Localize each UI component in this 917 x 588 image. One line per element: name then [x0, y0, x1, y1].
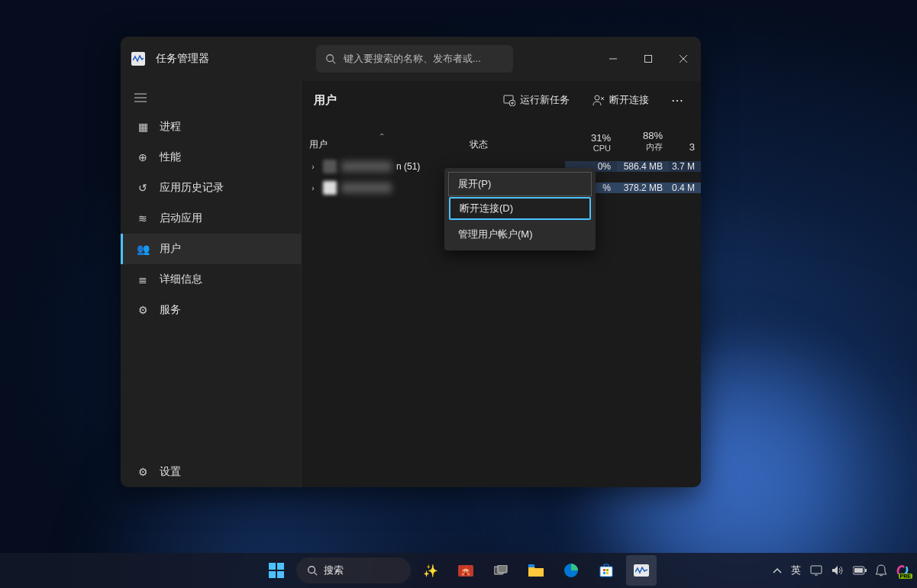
svg-point-13 [595, 95, 599, 100]
search-input[interactable]: 键入要搜索的名称、发布者或... [316, 45, 513, 73]
history-icon: ↺ [137, 182, 149, 194]
sidebar-item-details[interactable]: ≣ 详细信息 [121, 264, 301, 295]
svg-rect-23 [603, 569, 605, 571]
ime-button[interactable]: 英 [791, 564, 801, 577]
avatar [323, 160, 337, 173]
svg-rect-26 [606, 572, 609, 574]
sidebar-item-label: 启动应用 [160, 212, 202, 225]
sidebar-item-services[interactable]: ⚙ 服务 [121, 295, 301, 325]
minimize-button[interactable] [596, 44, 631, 74]
task-manager-window: 任务管理器 键入要搜索的名称、发布者或... ▦ 进程 ⊕ 性能 [121, 37, 701, 487]
sidebar-item-label: 应用历史记录 [160, 181, 224, 195]
cell-memory: 378.2 MB [617, 183, 669, 193]
context-item-manage-user[interactable]: 管理用户帐户(M) [444, 221, 596, 247]
chevron-right-icon[interactable]: › [308, 184, 318, 192]
context-item-disconnect[interactable]: 断开连接(D) [449, 197, 591, 220]
svg-rect-3 [645, 56, 652, 63]
svg-line-17 [314, 573, 317, 576]
col-cpu[interactable]: 31% CPU [565, 129, 617, 156]
startup-icon: ≋ [137, 212, 149, 225]
disconnect-icon [592, 94, 605, 106]
svg-rect-19 [498, 565, 507, 573]
sidebar: ▦ 进程 ⊕ 性能 ↺ 应用历史记录 ≋ 启动应用 👥 用户 ≣ 详细信息 [121, 81, 301, 487]
sidebar-item-users[interactable]: 👥 用户 [121, 234, 301, 264]
svg-rect-31 [865, 569, 867, 572]
taskbar: 搜索 ✨ 🎪 英 [0, 553, 917, 588]
services-icon: ⚙ [137, 304, 149, 316]
main-panel: 用户 运行新任务 断开连接 ⋯ ⌃ [301, 81, 701, 487]
taskbar-search[interactable]: 搜索 [296, 557, 411, 583]
edge-button[interactable] [556, 555, 586, 586]
chevron-right-icon[interactable]: › [308, 163, 318, 171]
avatar [323, 181, 337, 195]
task-view-button[interactable] [486, 555, 516, 586]
svg-rect-24 [606, 569, 609, 571]
page-title: 用户 [314, 93, 337, 108]
hamburger-button[interactable] [121, 84, 301, 111]
svg-point-16 [308, 567, 315, 573]
performance-icon: ⊕ [137, 151, 149, 163]
copilot-pre-icon[interactable]: PRE [896, 564, 909, 577]
context-menu: 展开(P) 断开连接(D) 管理用户帐户(M) [444, 168, 596, 250]
windows-icon [269, 563, 284, 578]
sidebar-item-label: 用户 [160, 242, 181, 256]
sidebar-item-label: 设置 [160, 465, 181, 479]
processes-icon: ▦ [137, 121, 149, 133]
file-explorer-button[interactable] [521, 555, 551, 586]
svg-line-1 [333, 61, 336, 64]
details-icon: ≣ [137, 273, 149, 286]
cell-memory: 586.4 MB [617, 161, 669, 172]
run-task-icon [503, 94, 515, 106]
cell-disk: 0.4 M [669, 183, 701, 193]
sidebar-item-processes[interactable]: ▦ 进程 [121, 111, 301, 142]
sidebar-item-startup[interactable]: ≋ 启动应用 [121, 203, 301, 234]
disconnect-button[interactable]: 断开连接 [586, 89, 655, 111]
maximize-button[interactable] [631, 44, 666, 74]
volume-icon[interactable] [831, 565, 844, 576]
system-tray: 英 PRE [773, 564, 909, 577]
svg-point-0 [327, 55, 334, 62]
run-new-task-button[interactable]: 运行新任务 [497, 89, 576, 111]
user-suffix: n (51) [396, 161, 420, 172]
notification-icon[interactable] [876, 564, 886, 577]
col-status[interactable]: 状态 [462, 134, 565, 156]
titlebar: 任务管理器 键入要搜索的名称、发布者或... [121, 37, 701, 81]
more-button[interactable]: ⋯ [666, 93, 689, 108]
svg-rect-22 [600, 567, 612, 577]
svg-rect-20 [528, 564, 534, 567]
col-user[interactable]: ⌃ 用户 [302, 134, 462, 156]
svg-rect-27 [811, 566, 822, 573]
taskbar-widget-2[interactable]: 🎪 [450, 555, 481, 586]
search-placeholder: 键入要搜索的名称、发布者或... [344, 52, 481, 66]
sort-caret-icon: ⌃ [379, 132, 385, 141]
tray-chevron-up-icon[interactable] [773, 567, 782, 573]
microsoft-store-button[interactable] [591, 555, 622, 586]
sidebar-item-app-history[interactable]: ↺ 应用历史记录 [121, 173, 301, 203]
app-title: 任务管理器 [156, 52, 209, 66]
context-item-expand[interactable]: 展开(P) [449, 173, 591, 195]
taskbar-widget-1[interactable]: ✨ [415, 555, 446, 586]
battery-icon[interactable] [853, 566, 867, 575]
sidebar-item-label: 详细信息 [160, 273, 202, 286]
start-button[interactable] [261, 555, 292, 586]
svg-rect-25 [603, 572, 605, 574]
network-icon[interactable] [810, 565, 822, 576]
sidebar-item-label: 服务 [160, 303, 181, 317]
main-header: 用户 运行新任务 断开连接 ⋯ [302, 81, 701, 119]
app-icon [131, 52, 145, 66]
col-disk[interactable]: 3 [669, 138, 701, 156]
search-icon [325, 53, 336, 64]
sidebar-item-performance[interactable]: ⊕ 性能 [121, 142, 301, 173]
close-button[interactable] [666, 44, 701, 74]
sidebar-item-settings[interactable]: ⚙ 设置 [121, 457, 301, 487]
search-icon [307, 565, 318, 576]
users-icon: 👥 [137, 243, 149, 255]
sidebar-item-label: 进程 [160, 120, 181, 134]
window-controls [596, 44, 701, 74]
user-name-redacted: xxxxxxx [341, 161, 392, 172]
col-memory[interactable]: 88% 内存 [617, 127, 669, 156]
user-name-redacted: xxxxxxx [341, 183, 392, 193]
task-manager-button[interactable] [626, 555, 657, 586]
gear-icon: ⚙ [137, 466, 149, 478]
sidebar-item-label: 性能 [160, 150, 181, 164]
